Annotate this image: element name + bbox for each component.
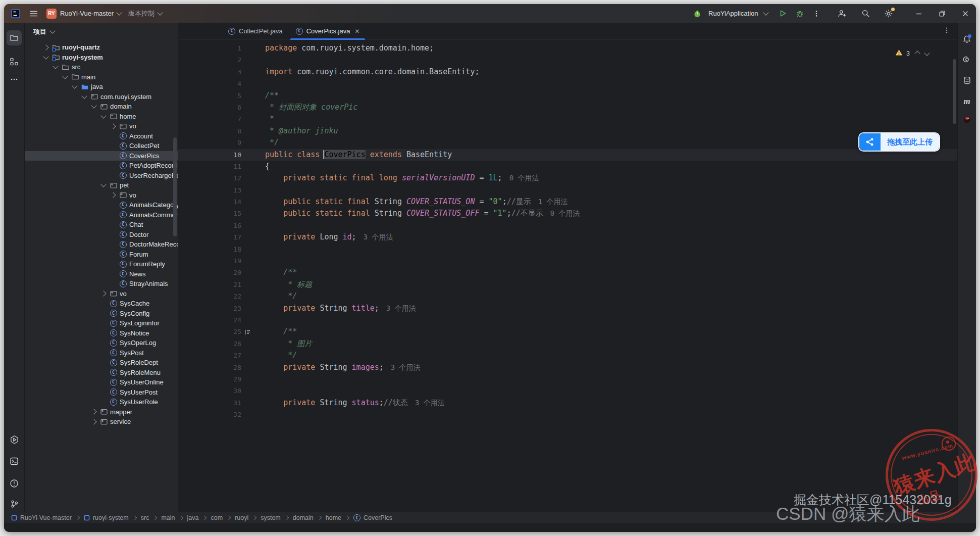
maven-icon[interactable]: m (958, 96, 976, 107)
expand-closed-icon[interactable] (108, 124, 118, 128)
code-line-20[interactable]: 20 /** (178, 267, 957, 278)
line-number[interactable]: 12 (178, 172, 241, 184)
line-number[interactable]: 28 (178, 362, 241, 373)
breadcrumb-system[interactable]: system (261, 514, 281, 521)
code-editor[interactable]: 1package com.ruoyi.system.domain.home;23… (178, 39, 957, 512)
breadcrumb-CoverPics[interactable]: CCoverPics (353, 514, 392, 521)
tree-item-mapper[interactable]: mapper (25, 407, 178, 417)
line-number[interactable]: 11 (178, 161, 241, 172)
breadcrumb-com[interactable]: com (211, 514, 223, 521)
breadcrumb-java[interactable]: java (187, 514, 199, 521)
tree-item-Account[interactable]: CAccount (25, 131, 178, 141)
line-number[interactable]: 20 (178, 267, 241, 278)
inspections-widget[interactable]: 3 (895, 49, 929, 58)
tree-item-CollectPet[interactable]: CCollectPet (25, 141, 178, 151)
line-number[interactable]: 9 (178, 137, 241, 149)
tree-item-News[interactable]: CNews (25, 269, 178, 279)
code-line-32[interactable]: 32 (178, 409, 957, 420)
code-line-3[interactable]: 3import com.ruoyi.common.core.domain.Bas… (178, 66, 957, 78)
code-line-19[interactable]: 19 (178, 255, 957, 267)
add-user-icon[interactable] (837, 8, 848, 19)
tree-item-PetAdoptRecord[interactable]: CPetAdoptRecord (25, 161, 178, 171)
structure-icon[interactable] (4, 57, 24, 66)
settings-icon[interactable] (883, 8, 894, 19)
line-number[interactable]: 29 (178, 373, 241, 385)
code-line-28[interactable]: 28 private String images;3 个用法 (178, 362, 957, 373)
tree-item-AnimalsComment[interactable]: CAnimalsComment (25, 210, 178, 220)
breadcrumb-domain[interactable]: domain (293, 514, 314, 521)
line-number[interactable]: 5 (178, 90, 241, 102)
code-line-11[interactable]: 11{ (178, 161, 957, 172)
code-line-23[interactable]: 23 private String title;3 个用法 (178, 303, 957, 314)
tree-item-SysRoleMenu[interactable]: CSysRoleMenu (25, 368, 178, 378)
expand-open-icon[interactable] (79, 95, 89, 98)
line-number[interactable]: 31 (178, 397, 241, 409)
code-line-7[interactable]: 7 * (178, 113, 957, 125)
tree-item-SysOperLog[interactable]: CSysOperLog (25, 338, 178, 348)
ai-assistant-icon[interactable] (958, 55, 976, 66)
code-line-16[interactable]: 16 (178, 220, 957, 231)
tree-item-ruoyi-quartz[interactable]: ruoyi-quartz (25, 42, 178, 53)
tree-item-SysCache[interactable]: CSysCache (25, 299, 178, 309)
run-configuration-name[interactable]: RuoYiApplication (708, 10, 758, 17)
code-line-5[interactable]: 5/** (178, 90, 957, 102)
tree-item-vo[interactable]: vo (25, 121, 178, 131)
expand-open-icon[interactable] (41, 56, 50, 59)
code-line-15[interactable]: 15 public static final String COVER_STAT… (178, 208, 957, 219)
project-panel-header[interactable]: 项目 (25, 23, 178, 36)
expand-open-icon[interactable] (60, 76, 70, 78)
drag-upload-button[interactable]: 拖拽至此上传 (858, 132, 940, 152)
run-hexagon-icon[interactable] (4, 435, 24, 445)
tree-item-ForumReply[interactable]: CForumReply (25, 259, 178, 269)
expand-open-icon[interactable] (89, 105, 98, 108)
database-icon[interactable] (958, 76, 976, 87)
tree-item-vo[interactable]: vo (25, 190, 178, 201)
tree-item-StrayAnimals[interactable]: CStrayAnimals (25, 279, 178, 289)
expand-closed-icon[interactable] (41, 45, 50, 50)
tree-item-home[interactable]: home (25, 112, 178, 122)
breadcrumb-src[interactable]: src (141, 514, 149, 521)
tree-item-java[interactable]: java (25, 82, 178, 92)
code-line-26[interactable]: 26 * 图片 (178, 338, 957, 350)
line-number[interactable]: 7 (178, 113, 241, 125)
code-line-27[interactable]: 27 */ (178, 350, 957, 361)
tree-item-Doctor[interactable]: CDoctor (25, 230, 178, 240)
chevron-down-icon[interactable] (763, 10, 768, 15)
line-number[interactable]: 18 (178, 243, 241, 255)
line-number[interactable]: 24 (178, 314, 241, 326)
code-line-29[interactable]: 29 (178, 373, 957, 385)
editor-tab-CoverPics.java[interactable]: CCoverPics.java✕ (289, 23, 367, 39)
code-line-14[interactable]: 14 public static final String COVER_STAT… (178, 196, 957, 208)
tree-item-UserRechargeRecord[interactable]: CUserRechargeRecord (25, 171, 178, 181)
breadcrumb-RuoYi-Vue-master[interactable]: RuoYi-Vue-master (11, 514, 72, 521)
code-line-31[interactable]: 31 private String status;//状态3 个用法 (178, 397, 957, 409)
code-line-2[interactable]: 2 (178, 54, 957, 66)
line-number[interactable]: 16 (178, 220, 241, 231)
code-line-13[interactable]: 13 (178, 184, 957, 196)
code-line-10[interactable]: 10public class CoverPics extends BaseEnt… (178, 149, 957, 161)
tree-item-com.ruoyi.system[interactable]: com.ruoyi.system (25, 92, 178, 102)
line-number[interactable]: 14 (178, 196, 241, 208)
line-number[interactable]: 21 (178, 279, 241, 290)
run-button[interactable] (778, 8, 789, 19)
notifications-bell-icon[interactable] (958, 35, 976, 46)
breadcrumb-ruoyi[interactable]: ruoyi (235, 514, 248, 521)
code-line-12[interactable]: 12 private static final long serialVersi… (178, 172, 957, 184)
breadcrumb-main[interactable]: main (161, 514, 175, 521)
code-line-30[interactable]: 30 (178, 385, 957, 397)
tree-item-service[interactable]: service (25, 417, 178, 427)
tree-item-SysUserOnline[interactable]: CSysUserOnline (25, 377, 178, 387)
tree-item-SysConfig[interactable]: CSysConfig (25, 309, 178, 319)
line-number[interactable]: 17 (178, 231, 241, 243)
code-line-22[interactable]: 22 */ (178, 290, 957, 302)
code-line-4[interactable]: 4 (178, 78, 957, 89)
tree-item-AnimalsCategory[interactable]: CAnimalsCategory (25, 200, 178, 210)
editor-scrollbar-thumb[interactable] (953, 59, 956, 124)
next-warning-icon[interactable] (924, 50, 930, 56)
line-number[interactable]: 2 (178, 54, 241, 66)
tree-item-SysRoleDept[interactable]: CSysRoleDept (25, 358, 178, 368)
tree-item-domain[interactable]: domain (25, 102, 178, 112)
code-line-1[interactable]: 1package com.ruoyi.system.domain.home; (178, 42, 957, 54)
line-number[interactable]: 25 (178, 326, 241, 337)
prev-warning-icon[interactable] (914, 51, 920, 56)
